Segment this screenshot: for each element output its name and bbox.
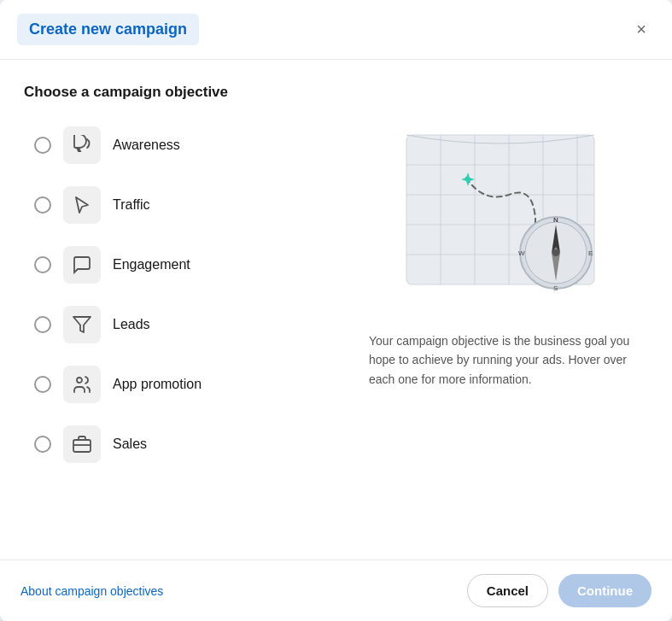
svg-rect-2 [73,440,91,452]
option-traffic[interactable]: Traffic [24,178,348,232]
right-panel: N S E W Your campaign objective is the b… [369,118,648,542]
continue-button[interactable]: Continue [558,574,652,607]
leads-label: Leads [113,317,150,332]
options-list: Awareness Traffic [24,118,348,542]
cursor-icon [72,195,92,215]
briefcase-icon [72,434,92,454]
awareness-label: Awareness [113,138,180,153]
close-button[interactable]: × [628,16,655,44]
radio-sales[interactable] [34,436,51,453]
modal-title: Create new campaign [17,14,199,45]
app-promotion-icon-box [63,366,101,403]
svg-text:E: E [588,249,593,257]
svg-marker-0 [73,317,91,332]
filter-icon [72,314,92,335]
awareness-icon-box [63,126,101,164]
modal-body: Choose a campaign objective Awareness [0,60,672,559]
svg-text:N: N [553,216,558,224]
about-link[interactable]: About campaign objectives [20,584,163,598]
svg-point-16 [552,249,559,256]
campaign-illustration: N S E W [389,126,628,314]
footer-buttons: Cancel Continue [467,574,652,607]
engagement-label: Engagement [113,257,190,272]
svg-text:W: W [518,249,525,257]
leads-icon-box [63,306,101,343]
radio-engagement[interactable] [34,256,51,273]
option-app-promotion[interactable]: App promotion [24,357,348,412]
svg-point-1 [77,378,82,383]
description-text: Your campaign objective is the business … [369,331,648,389]
people-icon [72,374,92,395]
option-sales[interactable]: Sales [24,417,348,472]
app-promotion-label: App promotion [113,377,202,392]
option-engagement[interactable]: Engagement [24,237,348,292]
sales-icon-box [63,425,101,463]
svg-text:S: S [553,284,558,292]
radio-awareness[interactable] [34,137,51,154]
sales-label: Sales [113,436,147,452]
megaphone-icon [72,135,92,155]
engagement-icon-box [63,246,101,284]
cancel-button[interactable]: Cancel [467,574,548,607]
modal-header: Create new campaign × [0,0,672,60]
option-leads[interactable]: Leads [24,297,348,352]
option-awareness[interactable]: Awareness [24,118,348,173]
traffic-icon-box [63,186,101,224]
section-title: Choose a campaign objective [24,84,648,101]
radio-app-promotion[interactable] [34,376,51,393]
radio-leads[interactable] [34,316,51,333]
modal-footer: About campaign objectives Cancel Continu… [0,559,672,621]
radio-traffic[interactable] [34,196,51,214]
traffic-label: Traffic [113,197,150,213]
content-area: Awareness Traffic [24,118,648,542]
create-campaign-modal: Create new campaign × Choose a campaign … [0,0,672,621]
chat-icon [72,255,92,275]
